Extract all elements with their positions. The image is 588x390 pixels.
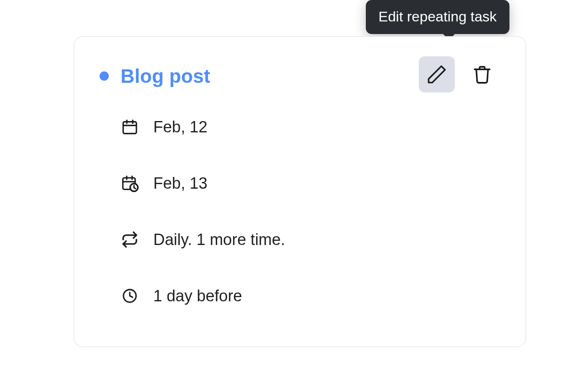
task-actions: [419, 56, 500, 92]
delete-button[interactable]: [464, 56, 500, 92]
reminder-text: 1 day before: [153, 287, 242, 305]
pencil-icon: [426, 63, 448, 85]
tooltip-text: Edit repeating task: [378, 8, 497, 24]
calendar-icon: [121, 118, 139, 136]
task-details: Feb, 12 Feb, 13: [100, 118, 500, 305]
repeat-text: Daily. 1 more time.: [153, 231, 285, 249]
trash-icon: [472, 64, 492, 84]
repeat-icon: [121, 230, 139, 249]
task-card: Blog post: [74, 36, 526, 347]
edit-button[interactable]: [419, 56, 455, 92]
start-date-text: Feb, 12: [153, 118, 207, 136]
clock-icon: [121, 287, 139, 305]
status-dot-icon: [100, 71, 109, 81]
reminder-row[interactable]: 1 day before: [121, 287, 500, 305]
calendar-clock-icon: [121, 174, 139, 192]
start-date-row[interactable]: Feb, 12: [121, 118, 500, 136]
repeat-row[interactable]: Daily. 1 more time.: [121, 230, 500, 249]
task-title-group[interactable]: Blog post: [100, 65, 210, 87]
task-title: Blog post: [121, 65, 210, 87]
task-header: Blog post: [100, 60, 500, 92]
svg-rect-0: [123, 122, 136, 134]
tooltip-edit-repeating: Edit repeating task: [366, 0, 509, 34]
due-date-row[interactable]: Feb, 13: [121, 174, 500, 192]
due-date-text: Feb, 13: [153, 174, 207, 192]
